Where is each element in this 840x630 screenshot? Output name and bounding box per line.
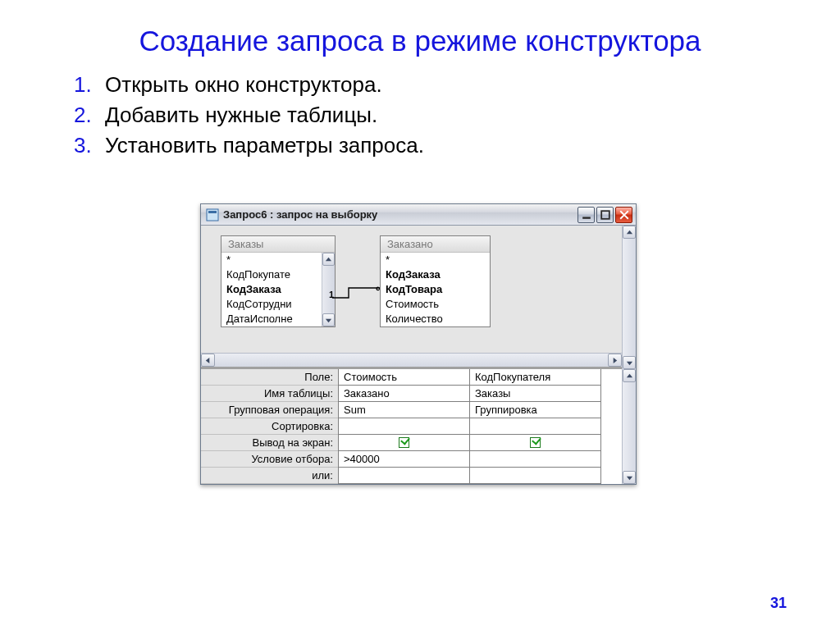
step-item: Открыть окно конструктора. <box>74 72 783 98</box>
cell-table[interactable]: Заказано <box>339 386 469 402</box>
minimize-button[interactable] <box>578 207 595 223</box>
table-header: Заказы <box>221 236 335 253</box>
pane-h-scrollbar[interactable] <box>201 353 622 367</box>
grid-column-1[interactable]: Стоимость Заказано Sum >40000 <box>339 369 470 484</box>
cell-show[interactable] <box>339 435 469 451</box>
cell-total[interactable]: Группировка <box>470 402 600 418</box>
steps-list: Открыть окно конструктора. Добавить нужн… <box>57 72 783 158</box>
field-row[interactable]: КодСотрудни <box>221 297 335 312</box>
query-window: Запрос6 : запрос на выборку Заказы * Код… <box>200 203 637 485</box>
slide-title: Создание запроса в режиме конструктора <box>57 25 783 57</box>
field-row[interactable]: * <box>381 253 490 267</box>
relationship-line[interactable]: 1 ∞ <box>332 283 381 308</box>
designer-upper-pane: Заказы * КодПокупате КодЗаказа КодСотруд… <box>201 226 636 369</box>
field-row[interactable]: КодТовара <box>381 282 490 297</box>
relation-one-label: 1 <box>329 290 334 299</box>
pane-v-scrollbar[interactable] <box>622 226 636 369</box>
window-title: Запрос6 : запрос на выборку <box>223 208 576 221</box>
cell-criteria[interactable] <box>470 451 600 468</box>
row-label-total: Групповая операция: <box>201 402 338 418</box>
table-header: Заказано <box>381 236 490 253</box>
field-row[interactable]: КодПокупате <box>221 267 335 282</box>
row-label-or: или: <box>201 468 338 484</box>
row-label-show: Вывод на экран: <box>201 435 338 451</box>
row-label-field: Поле: <box>201 369 338 386</box>
field-row[interactable]: Количество <box>381 312 490 326</box>
row-label-criteria: Условие отбора: <box>201 451 338 468</box>
step-item: Добавить нужные таблицы. <box>74 103 783 128</box>
svg-rect-1 <box>208 211 217 213</box>
scroll-up-icon[interactable] <box>322 253 335 266</box>
table-box-ordered[interactable]: Заказано * КодЗаказа КодТовара Стоимость… <box>380 235 491 327</box>
grid-v-scrollbar[interactable] <box>622 369 636 484</box>
svg-rect-2 <box>582 217 591 218</box>
scroll-down-icon[interactable] <box>322 313 335 326</box>
checkbox-icon[interactable] <box>399 437 409 448</box>
row-label-sort: Сортировка: <box>201 418 338 435</box>
cell-or[interactable] <box>339 468 469 484</box>
cell-field[interactable]: КодПокупателя <box>470 369 600 386</box>
app-icon <box>206 208 219 221</box>
grid-column-2[interactable]: КодПокупателя Заказы Группировка <box>470 369 601 484</box>
field-row[interactable]: ДатаИсполне <box>221 312 335 326</box>
cell-table[interactable]: Заказы <box>470 386 600 402</box>
step-item: Установить параметры запроса. <box>74 133 783 158</box>
query-design-grid: Поле: Имя таблицы: Групповая операция: С… <box>201 369 636 484</box>
row-label-table: Имя таблицы: <box>201 386 338 402</box>
field-row[interactable]: * <box>221 253 335 267</box>
scroll-right-icon[interactable] <box>608 354 622 367</box>
grid-row-labels: Поле: Имя таблицы: Групповая операция: С… <box>201 369 339 484</box>
table-box-orders[interactable]: Заказы * КодПокупате КодЗаказа КодСотруд… <box>221 235 336 327</box>
checkbox-icon[interactable] <box>530 437 541 448</box>
field-row[interactable]: Стоимость <box>381 297 490 312</box>
cell-criteria[interactable]: >40000 <box>339 451 469 468</box>
scroll-down-icon[interactable] <box>623 471 636 484</box>
close-button[interactable] <box>615 207 632 223</box>
cell-total[interactable]: Sum <box>339 402 469 418</box>
cell-sort[interactable] <box>339 418 469 435</box>
scroll-up-icon[interactable] <box>623 226 636 239</box>
window-titlebar[interactable]: Запрос6 : запрос на выборку <box>201 204 636 226</box>
scroll-left-icon[interactable] <box>201 354 215 367</box>
cell-field[interactable]: Стоимость <box>339 369 469 386</box>
field-row[interactable]: КодЗаказа <box>381 267 490 282</box>
maximize-button[interactable] <box>596 207 614 223</box>
scroll-down-icon[interactable] <box>623 356 636 369</box>
svg-rect-3 <box>601 211 609 219</box>
cell-or[interactable] <box>470 468 600 484</box>
cell-show[interactable] <box>470 435 600 451</box>
scroll-up-icon[interactable] <box>623 369 636 382</box>
field-row[interactable]: КодЗаказа <box>221 282 335 297</box>
page-number: 31 <box>770 595 787 612</box>
cell-sort[interactable] <box>470 418 600 435</box>
